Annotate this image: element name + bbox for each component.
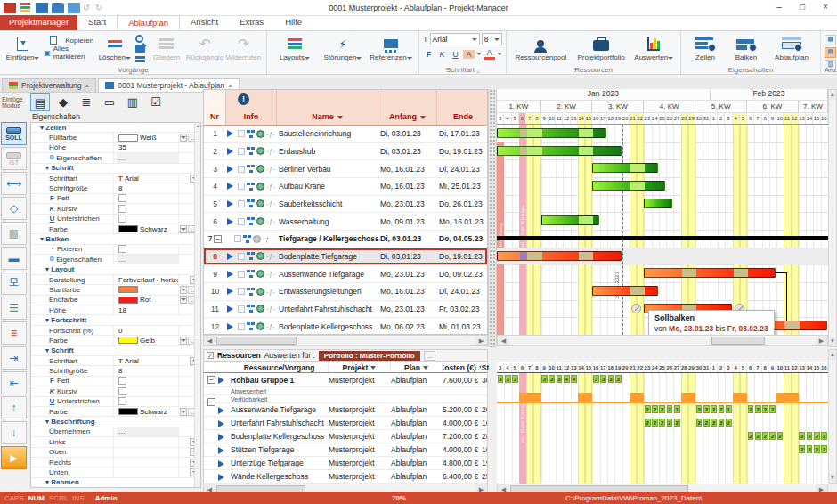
milestone-tool-button[interactable]: ◇ <box>1 197 27 220</box>
tab-extras[interactable]: Extras <box>229 15 274 30</box>
structure-icon[interactable] <box>247 165 255 173</box>
task-arrow-icon[interactable] <box>227 323 237 330</box>
prop-row-eigenschaften[interactable]: ⚙Eigenschaften… <box>31 153 200 163</box>
prop-row-farbe[interactable]: FarbeGelb… <box>31 336 200 345</box>
task-checkbox-icon[interactable] <box>238 288 245 295</box>
prop-row-unterstrichen[interactable]: UUnterstrichen <box>31 215 200 224</box>
prop-value[interactable] <box>117 377 179 386</box>
prop-row-h-he[interactable]: Höhe35 <box>31 143 200 153</box>
task-row-9[interactable]: 9-ƒ-Aussenwände TiefgarageMo, 23.01.23Do… <box>204 265 487 283</box>
globe-icon[interactable] <box>256 217 264 225</box>
dropdown-icon[interactable] <box>180 408 187 416</box>
resource-row-4[interactable]: Aussenwände TiefgarageMusterprojektAblau… <box>204 403 487 417</box>
loeschen-button[interactable]: Löschen <box>95 33 134 61</box>
prop-value[interactable] <box>117 285 179 294</box>
globe-icon[interactable] <box>256 270 264 278</box>
globe-icon[interactable] <box>253 235 261 243</box>
prop-row-schriftgr-e[interactable]: Schriftgröße8 <box>31 183 200 193</box>
task-bar[interactable] <box>497 128 606 138</box>
task-row-8[interactable]: 8-ƒ-Bodenplatte TiefgarageDi, 03.01.23Do… <box>204 248 487 266</box>
structure-icon[interactable] <box>247 183 255 191</box>
structure-icon[interactable] <box>247 305 255 313</box>
zeilen-button[interactable]: Zeilen <box>685 33 726 61</box>
prop-row-startfarbe[interactable]: Startfarbe… <box>31 285 200 295</box>
task-arrow-icon[interactable] <box>227 200 237 207</box>
link-icon[interactable]: -ƒ- <box>263 235 272 243</box>
task-checkbox-icon[interactable] <box>238 271 245 278</box>
tab-ansicht[interactable]: Ansicht <box>180 15 229 30</box>
prop-row-fett[interactable]: FFett <box>31 377 200 386</box>
prop-row-kursiv[interactable]: KKursiv <box>31 386 200 396</box>
dropdown-icon[interactable] <box>180 225 187 233</box>
collapse-icon[interactable]: − <box>214 235 222 243</box>
task-row-4[interactable]: 4-ƒ-Aufbau KraneMo, 16.01.23Mi, 25.01.23 <box>204 178 487 196</box>
prop-row-unten[interactable]: Unten <box>31 467 200 477</box>
auswerten-button[interactable]: Auswerten <box>630 33 677 61</box>
checklist-icon[interactable]: ☑ <box>146 93 166 111</box>
gantt-vertical-scrollbar[interactable]: ▲▼ <box>828 89 837 347</box>
prop-row-h-he[interactable]: Höhe18 <box>31 305 200 315</box>
globe-icon[interactable] <box>256 183 264 191</box>
display-option-icon-1[interactable]: ▦ <box>825 35 836 45</box>
prop-value[interactable]: Rot <box>117 296 179 305</box>
prop-checkbox[interactable] <box>118 377 126 385</box>
move-down-button[interactable]: ↓ <box>1 421 27 444</box>
column-header-anfang[interactable]: Anfang <box>378 90 437 125</box>
structure-icon[interactable] <box>247 147 255 155</box>
align-icon[interactable] <box>135 54 145 64</box>
task-bar[interactable] <box>592 163 657 173</box>
prop-row-links[interactable]: Links <box>31 437 200 447</box>
task-checkbox-icon[interactable] <box>238 218 245 225</box>
task-arrow-icon[interactable] <box>227 305 237 313</box>
column-header-ressource[interactable]: Ressource/Vorgang <box>231 362 329 372</box>
prop-row-darstellung[interactable]: DarstellungFarbverlauf - horizontal <box>31 275 200 285</box>
link-icon[interactable]: -ƒ- <box>266 288 275 296</box>
properties-scrollbar[interactable]: ▲ <box>194 123 200 487</box>
prop-value[interactable] <box>117 467 179 476</box>
bold-button[interactable]: F <box>423 50 435 59</box>
column-header-info[interactable]: Info <box>226 90 277 125</box>
week-label[interactable]: 7. KW <box>799 100 828 112</box>
summary-bar[interactable] <box>497 236 828 240</box>
prop-value[interactable] <box>117 194 179 203</box>
prop-row-rechts[interactable]: Rechts <box>31 458 200 467</box>
prop-value[interactable]: TArial <box>117 356 179 365</box>
prop-row-farbe[interactable]: FarbeSchwarz… <box>31 224 200 234</box>
prop-value[interactable]: … <box>117 427 179 436</box>
tab-start[interactable]: Start <box>77 15 117 30</box>
link-icon[interactable]: -ƒ- <box>266 147 275 155</box>
structure-icon[interactable] <box>247 322 255 330</box>
prop-row-schriftart[interactable]: SchriftartTArial <box>31 174 200 183</box>
link-tool-button[interactable]: ⟷ <box>1 172 27 195</box>
resources-vertical-scrollbar[interactable]: ▲▼ <box>828 349 837 484</box>
collapse-ribbon-icon[interactable]: ⌃ <box>827 65 833 73</box>
globe-icon[interactable] <box>256 305 264 313</box>
week-label[interactable]: 4. KW <box>644 100 695 112</box>
prop-value[interactable]: Gelb <box>117 336 179 345</box>
resource-row-8[interactable]: Unterzüge TiefgarageMusterprojektAblaufp… <box>204 457 487 470</box>
structure-icon[interactable] <box>243 235 251 243</box>
tab-hilfe[interactable]: Hilfe <box>274 15 313 30</box>
column-header-nr[interactable]: Nr <box>204 90 226 125</box>
prop-value[interactable] <box>117 448 179 457</box>
prop-value[interactable] <box>117 397 179 406</box>
task-row-11[interactable]: 11-ƒ-Unterfahrt FahrstuhlschachtMo, 23.0… <box>204 301 487 319</box>
task-arrow-icon[interactable] <box>227 130 237 137</box>
link-icon[interactable]: -ƒ- <box>266 270 275 278</box>
close-tab-icon[interactable]: × <box>85 82 90 90</box>
tab-ablaufplan[interactable]: Ablaufplan <box>117 15 180 30</box>
link-icon[interactable]: -ƒ- <box>266 322 275 330</box>
globe-icon[interactable] <box>256 130 264 138</box>
referenzen-button[interactable]: Referenzen <box>367 33 415 61</box>
indent-right-button[interactable]: ⇥ <box>1 346 27 370</box>
font-color-button[interactable]: A <box>484 48 495 60</box>
prop-row-kursiv[interactable]: KKursiv <box>31 204 200 214</box>
resources-checkbox[interactable]: ✓ <box>207 352 214 359</box>
sort-icon[interactable] <box>337 116 343 119</box>
play-button[interactable]: ▶ <box>1 446 27 469</box>
object-view-icon[interactable]: ◆ <box>53 93 73 111</box>
dropdown-icon[interactable] <box>180 286 187 294</box>
prop-row-fett[interactable]: FFett <box>31 194 200 204</box>
doctab-projektverwaltung[interactable]: Projektverwaltung× <box>2 78 96 92</box>
soll-button[interactable]: SOLL <box>1 122 27 145</box>
